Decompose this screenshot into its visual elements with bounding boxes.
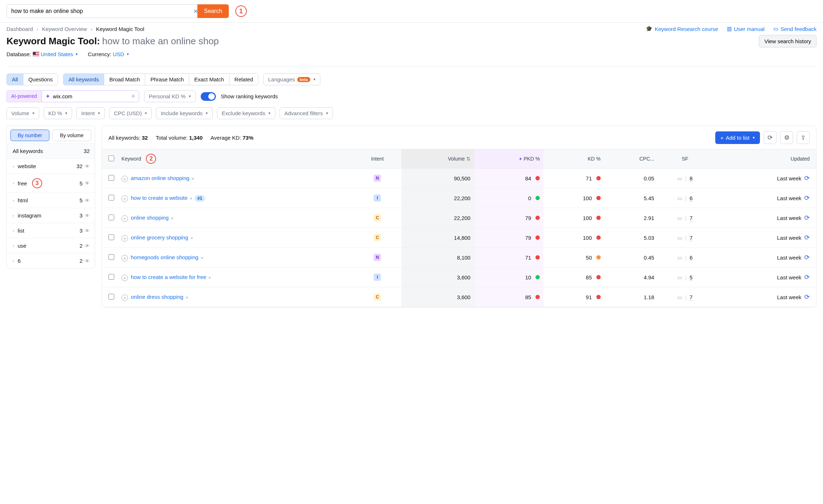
- sidebar-item-website[interactable]: ›website32👁: [7, 158, 95, 174]
- refresh-row-icon[interactable]: ⟳: [804, 293, 810, 301]
- personal-kd-filter[interactable]: Personal KD % ▾: [144, 90, 196, 102]
- kd-filter[interactable]: KD % ▾: [44, 107, 72, 119]
- open-icon[interactable]: »: [192, 176, 194, 181]
- settings-button[interactable]: ⚙: [780, 131, 793, 144]
- col-kd[interactable]: KD %: [543, 149, 604, 168]
- tab-all[interactable]: All: [7, 74, 23, 85]
- serp-icon[interactable]: ▭: [677, 215, 682, 221]
- eye-icon[interactable]: 👁: [85, 163, 90, 169]
- currency-select[interactable]: USD ▾: [113, 51, 129, 57]
- serp-icon[interactable]: ▭: [677, 294, 682, 300]
- refresh-row-icon[interactable]: ⟳: [804, 234, 810, 241]
- export-button[interactable]: ⇪: [797, 131, 810, 144]
- row-checkbox[interactable]: [108, 175, 114, 181]
- keyword-link[interactable]: how to create a website for free: [131, 274, 206, 280]
- expand-icon[interactable]: +: [121, 275, 128, 281]
- ai-domain-input[interactable]: [53, 91, 129, 102]
- keyword-link[interactable]: online dress shopping: [131, 294, 183, 300]
- refresh-row-icon[interactable]: ⟳: [804, 175, 810, 182]
- view-search-history-button[interactable]: View search history: [759, 35, 817, 48]
- user-manual-link[interactable]: ▥User manual: [727, 26, 765, 32]
- eye-icon[interactable]: 👁: [85, 213, 90, 219]
- eye-icon[interactable]: 👁: [85, 243, 90, 249]
- sidebar-item-instagram[interactable]: ›instagram3👁: [7, 208, 95, 223]
- open-icon[interactable]: »: [190, 235, 193, 240]
- select-all-checkbox[interactable]: [108, 156, 114, 161]
- exclude-keywords-filter[interactable]: Exclude keywords ▾: [217, 107, 275, 119]
- refresh-row-icon[interactable]: ⟳: [804, 214, 810, 221]
- cpc-filter[interactable]: CPC (USD) ▾: [109, 107, 152, 119]
- serp-icon[interactable]: ▭: [677, 195, 682, 201]
- clear-domain-icon[interactable]: ×: [132, 93, 135, 100]
- keyword-research-course-link[interactable]: 🎓Keyword Research course: [646, 26, 718, 32]
- row-checkbox[interactable]: [108, 234, 114, 240]
- ai-domain-input-wrap[interactable]: ✦ ×: [41, 90, 139, 102]
- open-icon[interactable]: »: [201, 255, 203, 260]
- sidebar-item-6[interactable]: ›62👁: [7, 253, 95, 268]
- sidebar-tab-by-number[interactable]: By number: [10, 130, 49, 141]
- clear-search-icon[interactable]: ×: [193, 7, 198, 15]
- expand-icon[interactable]: +: [121, 195, 128, 202]
- sidebar-item-free[interactable]: ›free35👁: [7, 174, 95, 193]
- col-sf[interactable]: SF: [658, 149, 712, 168]
- refresh-row-icon[interactable]: ⟳: [804, 274, 810, 281]
- advanced-filters[interactable]: Advanced filters ▾: [280, 107, 333, 119]
- serp-icon[interactable]: ▭: [677, 275, 682, 280]
- open-icon[interactable]: »: [208, 275, 211, 280]
- send-feedback-link[interactable]: ▭Send feedback: [773, 26, 817, 32]
- intent-filter[interactable]: Intent ▾: [76, 107, 105, 119]
- breadcrumb-overview[interactable]: Keyword Overview: [42, 26, 87, 32]
- row-checkbox[interactable]: [108, 254, 114, 260]
- eye-icon[interactable]: 👁: [85, 180, 90, 186]
- refresh-row-icon[interactable]: ⟳: [804, 254, 810, 261]
- sidebar-item-use[interactable]: ›use2👁: [7, 238, 95, 253]
- serp-icon[interactable]: ▭: [677, 255, 682, 261]
- expand-icon[interactable]: +: [121, 235, 128, 242]
- sidebar-item-list[interactable]: ›list3👁: [7, 223, 95, 238]
- eye-icon[interactable]: 👁: [85, 258, 90, 264]
- keyword-link[interactable]: amazon online shopping: [131, 175, 190, 181]
- tab-phrase-match[interactable]: Phrase Match: [145, 74, 189, 85]
- row-checkbox[interactable]: [108, 274, 114, 280]
- col-updated[interactable]: Updated: [712, 149, 816, 168]
- open-icon[interactable]: »: [190, 195, 192, 201]
- expand-icon[interactable]: +: [121, 176, 128, 182]
- expand-icon[interactable]: +: [121, 255, 128, 261]
- eye-icon[interactable]: 👁: [85, 198, 90, 203]
- expand-icon[interactable]: +: [121, 215, 128, 222]
- row-checkbox[interactable]: [108, 195, 114, 201]
- open-icon[interactable]: »: [186, 294, 188, 300]
- sidebar-all-keywords[interactable]: All keywords 32: [7, 143, 95, 158]
- row-checkbox[interactable]: [108, 294, 114, 300]
- tab-all-keywords[interactable]: All keywords: [63, 74, 104, 85]
- breadcrumb-dashboard[interactable]: Dashboard: [6, 26, 33, 32]
- show-ranking-toggle[interactable]: [201, 92, 216, 101]
- sidebar-item-html[interactable]: ›html5👁: [7, 193, 95, 208]
- open-icon[interactable]: »: [171, 215, 173, 221]
- refresh-button[interactable]: ⟳: [764, 131, 777, 144]
- languages-filter[interactable]: Languages beta ▾: [263, 73, 320, 85]
- keyword-link[interactable]: homegoods online shopping: [131, 254, 199, 260]
- eye-icon[interactable]: 👁: [85, 228, 90, 234]
- tab-broad-match[interactable]: Broad Match: [104, 74, 145, 85]
- col-volume[interactable]: Volume⇅: [401, 149, 474, 168]
- col-pkd[interactable]: ✦PKD %: [474, 149, 544, 168]
- tab-questions[interactable]: Questions: [23, 74, 58, 85]
- serp-icon[interactable]: ▭: [677, 235, 682, 241]
- row-checkbox[interactable]: [108, 215, 114, 220]
- refresh-row-icon[interactable]: ⟳: [804, 194, 810, 202]
- search-button[interactable]: Search: [197, 4, 229, 18]
- col-intent[interactable]: Intent: [353, 149, 402, 168]
- tab-exact-match[interactable]: Exact Match: [189, 74, 230, 85]
- keyword-link[interactable]: how to create a website: [131, 195, 188, 201]
- serp-icon[interactable]: ▭: [677, 176, 682, 181]
- keyword-link[interactable]: online grocery shopping: [131, 234, 188, 240]
- tab-related[interactable]: Related: [230, 74, 258, 85]
- add-to-list-button[interactable]: +Add to list ▾: [715, 131, 760, 144]
- volume-filter[interactable]: Volume ▾: [6, 107, 39, 119]
- expand-icon[interactable]: +: [121, 294, 128, 301]
- keyword-link[interactable]: online shopping: [131, 215, 169, 221]
- col-cpc[interactable]: CPC...: [604, 149, 658, 168]
- sidebar-tab-by-volume[interactable]: By volume: [52, 130, 91, 141]
- search-input[interactable]: [6, 4, 197, 18]
